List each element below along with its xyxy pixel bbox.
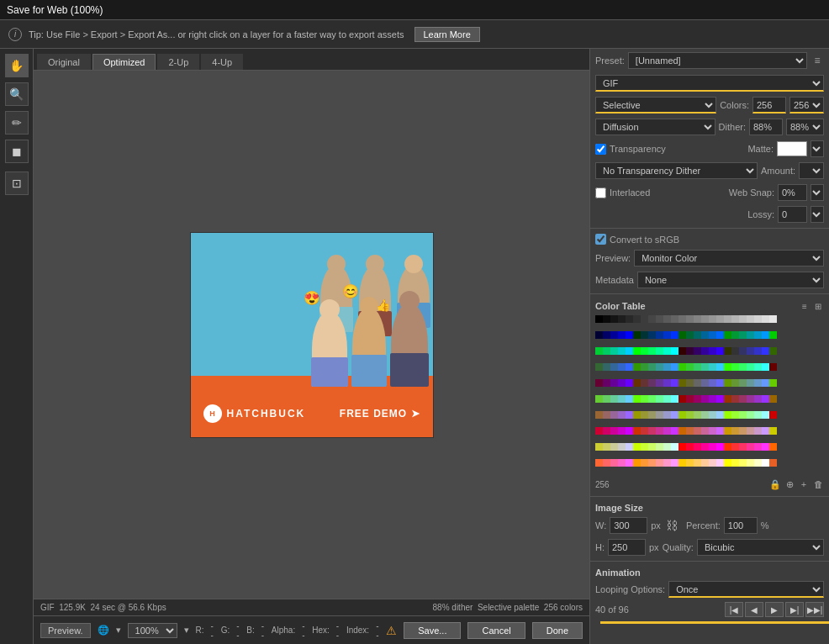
color-cell[interactable] [724,315,731,323]
color-cell[interactable] [603,395,610,403]
color-cell[interactable] [671,411,679,419]
color-cell[interactable] [747,459,754,467]
color-cell[interactable] [671,331,679,339]
color-cell[interactable] [724,427,731,435]
color-cell[interactable] [694,395,701,403]
color-cell[interactable] [747,395,754,403]
dither-dropdown[interactable]: 88% [786,119,824,135]
color-cell[interactable] [610,443,618,451]
color-cell[interactable] [701,363,709,371]
color-cell[interactable] [595,427,603,435]
web-snap-input[interactable] [778,184,807,201]
color-cell[interactable] [633,395,641,403]
color-cell[interactable] [686,347,694,355]
color-cell[interactable] [648,331,656,339]
color-cell[interactable] [762,427,769,435]
color-cell[interactable] [648,347,656,355]
color-cell[interactable] [754,411,762,419]
colors-dropdown[interactable]: 256 [789,97,824,113]
color-cell[interactable] [641,347,648,355]
color-cell[interactable] [716,331,724,339]
color-cell[interactable] [739,379,747,387]
color-cell[interactable] [633,331,641,339]
color-cell[interactable] [663,427,671,435]
color-cell[interactable] [648,443,656,451]
color-cell[interactable] [731,379,739,387]
color-cell[interactable] [769,427,777,435]
color-cell[interactable] [679,395,686,403]
tab-optimized[interactable]: Optimized [92,54,156,70]
lossy-input[interactable] [778,206,807,223]
color-cell[interactable] [663,363,671,371]
color-cell[interactable] [694,459,701,467]
color-cell[interactable] [641,315,648,323]
color-cell[interactable] [762,379,769,387]
color-cell[interactable] [747,315,754,323]
color-cell[interactable] [626,363,633,371]
palette-select[interactable]: Selective Adaptive Perceptual [595,97,716,113]
first-frame-button[interactable]: |◀ [725,602,743,617]
color-cell[interactable] [731,443,739,451]
color-cell[interactable] [754,459,762,467]
color-cell[interactable] [739,347,747,355]
color-cell[interactable] [754,363,762,371]
color-cell[interactable] [633,379,641,387]
color-cell[interactable] [724,459,731,467]
next-frame-button[interactable]: ▶| [785,602,804,617]
color-cell[interactable] [603,459,610,467]
color-cell[interactable] [762,363,769,371]
color-cell[interactable] [679,427,686,435]
color-cell[interactable] [724,443,731,451]
looping-select[interactable]: Once Forever [668,581,824,598]
color-cell[interactable] [709,411,716,419]
color-cell[interactable] [739,395,747,403]
color-cell[interactable] [641,443,648,451]
color-cell[interactable] [671,315,679,323]
color-cell[interactable] [618,379,626,387]
color-cell[interactable] [671,395,679,403]
preview-select[interactable]: Monitor Color [634,250,824,267]
color-cell[interactable] [671,443,679,451]
color-cell[interactable] [762,443,769,451]
color-cell[interactable] [709,395,716,403]
color-cell[interactable] [603,331,610,339]
color-cell[interactable] [610,411,618,419]
color-cell[interactable] [724,363,731,371]
amount-dropdown[interactable] [799,162,824,179]
color-cell[interactable] [694,315,701,323]
color-cell[interactable] [686,379,694,387]
color-cell[interactable] [626,395,633,403]
preview-button[interactable]: Preview. [40,623,91,638]
color-cell[interactable] [633,347,641,355]
matte-dropdown[interactable]: ▾ [811,140,824,157]
panel-menu-icon[interactable]: ≡ [811,54,824,67]
color-table-menu-icon[interactable]: ≡ [799,300,811,312]
color-cell[interactable] [731,315,739,323]
color-cell[interactable] [603,427,610,435]
color-cell[interactable] [747,411,754,419]
color-cell[interactable] [739,411,747,419]
color-cell[interactable] [595,443,603,451]
color-cell[interactable] [739,459,747,467]
color-cell[interactable] [754,427,762,435]
color-cell[interactable] [709,315,716,323]
zoom-select[interactable]: 100% 50% 200% [128,623,177,638]
animation-progress[interactable] [600,621,829,624]
color-cell[interactable] [603,363,610,371]
width-input[interactable] [610,517,647,534]
color-cell[interactable] [618,427,626,435]
color-cell[interactable] [694,331,701,339]
matte-swatch[interactable] [777,141,807,156]
color-cell[interactable] [641,427,648,435]
color-cell[interactable] [716,347,724,355]
color-cell[interactable] [633,427,641,435]
color-cell[interactable] [626,459,633,467]
color-cell[interactable] [671,459,679,467]
color-cell[interactable] [747,363,754,371]
color-cell[interactable] [626,379,633,387]
lossy-dropdown[interactable]: ▾ [811,206,824,223]
cancel-button[interactable]: Cancel [467,622,525,639]
color-cell[interactable] [671,427,679,435]
color-cell[interactable] [603,411,610,419]
color-cell[interactable] [663,331,671,339]
